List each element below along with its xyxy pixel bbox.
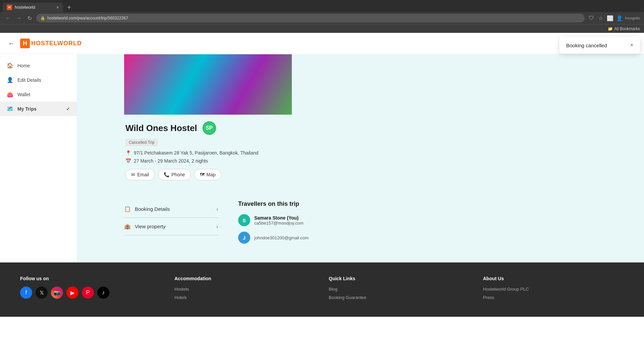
hostel-badge-icon: SP: [203, 121, 216, 135]
traveller-email-0: ca5be157@moodjoy.com: [254, 221, 304, 226]
traveller-info-0: Samara Stone (You) ca5be157@moodjoy.com: [254, 215, 304, 226]
travellers-section: Travellers on this trip S Samara Stone (…: [238, 200, 644, 249]
profile-icon[interactable]: 👤: [615, 14, 624, 22]
footer-about: About Us Hostelworld Group PLC Press: [483, 276, 624, 303]
hostels-link[interactable]: Hostels: [174, 287, 315, 292]
reload-button[interactable]: ↻: [25, 14, 34, 22]
traveller-info-1: johndoe301200@gmail.com: [254, 235, 309, 240]
traveller-item-0: S Samara Stone (You) ca5be157@moodjoy.co…: [238, 214, 644, 226]
trip-info: Wild Ones Hostel SP Cancelled Trip 📍 97/…: [117, 115, 644, 187]
tiktok-icon[interactable]: ♪: [97, 287, 109, 299]
booking-cancelled-toast: Booking cancelled ×: [559, 37, 640, 54]
traveller-avatar-1: J: [238, 232, 250, 244]
content-area: Wild Ones Hostel SP Cancelled Trip 📍 97/…: [77, 54, 644, 262]
hostel-image: [124, 54, 292, 115]
lock-icon: 🔒: [40, 16, 45, 20]
forward-nav-button[interactable]: →: [15, 14, 23, 22]
back-nav-button[interactable]: ←: [4, 14, 12, 22]
logo-text: HOSTELWORLD: [31, 40, 82, 47]
sidebar-item-home[interactable]: 🏠 Home: [0, 58, 77, 73]
browser-toolbar: ← → ↻ 🔒 hostelworld.com/pwa/account/trip…: [0, 12, 644, 24]
active-tab: H hostelworld ×: [3, 3, 63, 12]
traveller-name-0: Samara Stone (You): [254, 215, 304, 221]
phone-icon: 📞: [164, 172, 169, 177]
phone-button[interactable]: 📞 Phone: [158, 169, 191, 180]
toast-close-button[interactable]: ×: [630, 42, 633, 48]
facebook-icon[interactable]: f: [20, 287, 32, 299]
footer-social: Follow us on f 𝕏 📷 ▶ P ♪: [20, 276, 161, 303]
accommodation-title: Accommodation: [174, 276, 315, 281]
action-buttons: ✉ Email 📞 Phone 🗺 Map: [125, 169, 636, 180]
hostel-dates: 27 March - 29 March 2024, 2 nights: [134, 158, 208, 164]
hostel-name: Wild Ones Hostel: [125, 123, 197, 133]
hostel-name-row: Wild Ones Hostel SP: [125, 121, 636, 135]
tab-title: hostelworld: [15, 5, 35, 10]
sidebar-home-label: Home: [17, 63, 30, 68]
traveller-avatar-0: S: [238, 214, 250, 226]
map-button[interactable]: 🗺 Map: [194, 169, 221, 180]
press-link[interactable]: Press: [483, 295, 624, 300]
all-bookmarks-link[interactable]: 📁 All Bookmarks: [608, 26, 640, 31]
extension-icon: ⬜: [606, 14, 614, 22]
all-bookmarks-label: All Bookmarks: [614, 26, 640, 31]
booking-details-link[interactable]: 📋 Booking Details ›: [124, 200, 218, 218]
map-label: Map: [207, 172, 216, 177]
toolbar-icons: 🛡 ☆ ⬜ 👤 Incognito: [587, 14, 640, 22]
hostelworld-group-link[interactable]: Hostelworld Group PLC: [483, 287, 624, 292]
bookmarks-folder-icon: 📁: [608, 26, 613, 31]
instagram-icon[interactable]: 📷: [51, 287, 63, 299]
email-label: Email: [137, 172, 149, 177]
booking-guarantee-link[interactable]: Booking Guarantee: [329, 295, 470, 300]
traveller-item-1: J johndoe301200@gmail.com: [238, 232, 644, 244]
booking-details-label: Booking Details: [135, 206, 170, 212]
bookmarks-bar: 📁 All Bookmarks: [0, 24, 644, 33]
sidebar-item-wallet[interactable]: 👛 Wallet: [0, 87, 77, 102]
footer-quick-links: Quick Links Blog Booking Guarantee: [329, 276, 470, 303]
view-property-link[interactable]: 🏨 View property ›: [124, 218, 218, 235]
calendar-icon: 📅: [125, 158, 131, 164]
page-wrapper: Booking cancelled × ← H HOSTELWORLD 🏠 Ho…: [0, 33, 644, 362]
sidebar-trips-label: My Trips: [17, 106, 37, 112]
cancelled-badge: Cancelled Trip: [125, 139, 158, 146]
site-header: ← H HOSTELWORLD: [0, 33, 644, 54]
wallet-icon: 👛: [7, 91, 13, 98]
sidebar-item-my-trips[interactable]: 🗺️ My Trips ✓: [0, 102, 77, 116]
booking-details-chevron: ›: [216, 206, 218, 212]
blog-link[interactable]: Blog: [329, 287, 470, 292]
travellers-title: Travellers on this trip: [238, 200, 644, 207]
sidebar-item-edit-details[interactable]: 👤 Edit Details: [0, 73, 77, 87]
shield-icon: 🛡: [587, 14, 595, 22]
tab-favicon: H: [7, 5, 12, 10]
back-button[interactable]: ←: [8, 40, 15, 47]
map-icon: 🗺: [200, 172, 205, 177]
address-bar[interactable]: 🔒 hostelworld.com/pwa/account/trip/56032…: [36, 14, 585, 22]
new-tab-button[interactable]: +: [64, 3, 74, 12]
bookmarks-right: 📁 All Bookmarks: [608, 26, 640, 31]
sidebar: 🏠 Home 👤 Edit Details 👛 Wallet 🗺️ My Tri…: [0, 54, 77, 262]
youtube-icon[interactable]: ▶: [66, 287, 78, 299]
twitter-x-icon[interactable]: 𝕏: [36, 287, 48, 299]
trips-icon: 🗺️: [7, 106, 13, 112]
view-property-label: View property: [135, 224, 165, 229]
sidebar-edit-label: Edit Details: [17, 77, 41, 83]
sidebar-trips-chevron: ✓: [66, 106, 70, 112]
person-icon: 👤: [7, 77, 13, 83]
detail-links: 📋 Booking Details › 🏨 View property ›: [124, 200, 218, 249]
pinterest-icon[interactable]: P: [82, 287, 94, 299]
url-display: hostelworld.com/pwa/account/trip/5603223…: [47, 16, 128, 20]
hotels-link[interactable]: Hotels: [174, 295, 315, 300]
incognito-label: Incognito: [625, 16, 640, 20]
email-button[interactable]: ✉ Email: [125, 169, 155, 180]
about-title: About Us: [483, 276, 624, 281]
view-property-icon: 🏨: [124, 223, 131, 230]
footer-accommodation: Accommodation Hostels Hotels: [174, 276, 315, 303]
star-icon[interactable]: ☆: [597, 14, 605, 22]
email-icon: ✉: [131, 172, 135, 177]
view-property-chevron: ›: [216, 224, 218, 229]
social-icons: f 𝕏 📷 ▶ P ♪: [20, 287, 161, 299]
logo-box: H: [20, 39, 30, 48]
booking-details-icon: 📋: [124, 206, 131, 212]
main-layout: 🏠 Home 👤 Edit Details 👛 Wallet 🗺️ My Tri…: [0, 54, 644, 262]
dates-row: 📅 27 March - 29 March 2024, 2 nights: [125, 158, 636, 164]
tab-close-button[interactable]: ×: [56, 5, 59, 10]
